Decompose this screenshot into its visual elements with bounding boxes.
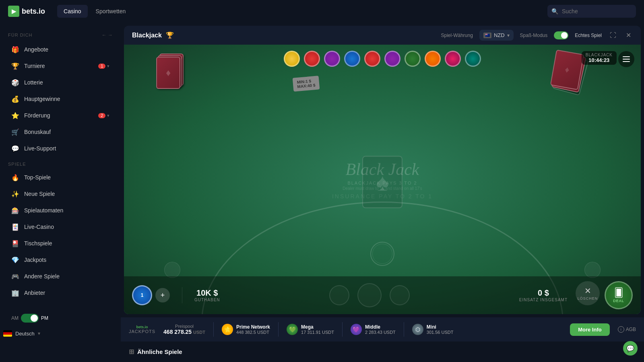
diamond-icon: 💎 [11, 256, 19, 264]
chip-teal [465, 51, 481, 67]
seat-chip-left [164, 262, 180, 278]
expand-icon[interactable]: ⛶ [608, 30, 618, 41]
action-buttons: ✕ LÖSCHEN 🂠 DEAL [576, 281, 633, 309]
logo[interactable]: ▶ bets.io [8, 6, 45, 17]
prime-icon: ⭐ [222, 324, 233, 335]
chip-value: 1 [141, 292, 144, 298]
sidebar-item-top-spiele[interactable]: 🔥 Top-Spiele [3, 169, 118, 185]
jackpot-bar: bets.io JACKPOTS Preispool 468 278.25 US… [121, 317, 644, 341]
sidebar-item-anbieter[interactable]: 🏢 Anbieter [3, 285, 118, 301]
chip-yellow [284, 51, 300, 67]
balance-area: 10K $ GUTHABEN [194, 288, 220, 302]
menu-button[interactable] [618, 51, 634, 67]
chevron-down-icon: ▾ [38, 331, 40, 336]
jackpot-prime: ⭐ Prime Network 448 382.5 USDT [222, 324, 270, 335]
spade-symbol: ♠ [376, 168, 389, 196]
tab-sportwetten[interactable]: Sportwetten [89, 5, 132, 18]
sidebar-item-andere-spiele[interactable]: 🎮 Andere Spiele [3, 268, 118, 284]
sidebar-item-lotterie[interactable]: 🎲 Lotterie [3, 74, 118, 90]
table-felt: MIN:1 $ MAX:40 $ ♦ [124, 45, 641, 314]
top-navigation: ▶ bets.io Casino Sportwetten 🔍 [0, 0, 644, 23]
add-chip-button[interactable]: + [155, 288, 170, 302]
table-game-icon: 🎴 [11, 239, 19, 247]
more-info-button[interactable]: More Info [570, 323, 610, 336]
chip-orange [425, 51, 441, 67]
time-toggle-area: AM PM [3, 310, 118, 327]
balance-label: GUTHABEN [194, 298, 220, 302]
game-frame: Blackjack 🏆 Spiel-Währung 🇳🇿 NZD ▾ Spaß-… [124, 26, 641, 314]
sidebar-item-label: Jackpots [24, 257, 46, 263]
einsatz-amount: 0 $ [519, 288, 568, 298]
jackpots-label: JACKPOTS [129, 329, 155, 334]
deal-button[interactable]: 🂠 DEAL [605, 281, 633, 309]
content-area: Blackjack 🏆 Spiel-Währung 🇳🇿 NZD ▾ Spaß-… [121, 23, 644, 362]
sidebar-item-hauptgewinne[interactable]: 💰 Hauptgewinne [3, 91, 118, 107]
sidebar-item-live-casino[interactable]: 🃏 Live-Casino [3, 219, 118, 235]
sidebar-item-tischspiele[interactable]: 🎴 Tischspiele [3, 235, 118, 251]
jackpot-mega: 💚 Mega 17 311.91 USDT [287, 324, 334, 335]
sidebar-item-label: Live-Support [24, 145, 56, 152]
sidebar-item-spielautomaten[interactable]: 🎰 Spielautomaten [3, 202, 118, 218]
game-bottom-bar: 1 + 10K $ GUTHABEN [124, 276, 641, 314]
chat-icon: 💬 [11, 144, 19, 152]
cards-icon: 🃏 [11, 223, 19, 231]
chevron-down-icon: ▾ [107, 64, 109, 69]
jackpot-total: Preispool 468 278.25 USDT [163, 324, 205, 335]
gamepad-icon: 🎮 [11, 272, 19, 280]
sidebar: FÜR DICH ← → 🎁 Angebote 🏆 Turniere 1 ▾ 🎲… [0, 23, 121, 362]
close-icon[interactable]: ✕ [624, 30, 633, 41]
sidebar-item-bonuskauf[interactable]: 🛒 Bonuskauf [3, 124, 118, 140]
side-seat-right [584, 262, 601, 278]
einsatz-label: EINSATZ INSGESAMT [519, 298, 568, 302]
total-amount: 468 278.25 USDT [163, 329, 205, 335]
seat-slot-center[interactable] [357, 283, 382, 307]
spass-toggle[interactable] [554, 31, 568, 39]
bet-circle-inner [372, 244, 392, 264]
language-selector[interactable]: Deutsch ▾ [3, 327, 118, 340]
chip-red [304, 51, 320, 67]
menu-line [623, 59, 630, 60]
deal-label: DEAL [613, 299, 624, 303]
chip-1-button[interactable]: 1 [132, 285, 152, 305]
sidebar-item-label: Anbieter [24, 290, 45, 296]
search-icon: 🔍 [551, 8, 558, 14]
prime-name: Prime Network [236, 324, 270, 330]
chevron-down-icon: ▾ [507, 33, 510, 38]
chat-icon: 💬 [626, 345, 634, 352]
delete-button[interactable]: ✕ LÖSCHEN [576, 281, 600, 305]
game-controls: Spiel-Währung 🇳🇿 NZD ▾ Spaß-Modus Echtes… [441, 30, 633, 41]
sidebar-item-jackpots[interactable]: 💎 Jackpots [3, 252, 118, 268]
currency-selector[interactable]: 🇳🇿 NZD ▾ [479, 30, 514, 41]
tab-casino[interactable]: Casino [57, 5, 88, 18]
search-bar: 🔍 [547, 5, 636, 18]
nav-tabs: Casino Sportwetten [57, 5, 132, 18]
chip-purple-2 [384, 51, 400, 67]
mega-amount: 17 311.91 USDT [301, 330, 334, 335]
menu-line [623, 56, 630, 57]
prime-amount: 448 382.5 USDT [236, 330, 270, 335]
sidebar-item-forderung[interactable]: ⭐ Förderung 2 ▾ [3, 107, 118, 123]
chat-button[interactable]: 💬 [623, 341, 638, 356]
agb-link[interactable]: i AGB [618, 326, 636, 333]
time-toggle[interactable] [21, 314, 39, 323]
mini-info: Mini 301.56 USDT [427, 324, 454, 335]
timer-badge: BLACKJACK 10:44:23 [582, 51, 617, 65]
sidebar-item-angebote[interactable]: 🎁 Angebote [3, 41, 118, 58]
sidebar-item-label: Live-Casino [24, 224, 54, 230]
mega-name: Mega [301, 324, 334, 330]
jackpot-divider [278, 322, 279, 337]
trophy-icon: 🏆 [166, 31, 174, 39]
fur-dich-label: FÜR DICH [8, 33, 33, 37]
search-input[interactable] [547, 5, 636, 18]
min-max-sign: MIN:1 $ MAX:40 $ [293, 76, 320, 92]
sidebar-item-turniere[interactable]: 🏆 Turniere 1 ▾ [3, 58, 118, 74]
seat-chip-right [584, 262, 601, 278]
mini-icon: ⬡ [412, 324, 423, 335]
sidebar-collapse-icon[interactable]: ← → [102, 32, 113, 38]
total-label: Preispool [163, 324, 205, 329]
sidebar-item-label: Tischspiele [24, 240, 52, 247]
sidebar-item-live-support[interactable]: 💬 Live-Support [3, 140, 118, 156]
sidebar-item-neue-spiele[interactable]: ✨ Neue Spiele [3, 186, 118, 202]
nzd-flag: 🇳🇿 [483, 33, 491, 38]
bet-circle[interactable] [370, 242, 394, 266]
